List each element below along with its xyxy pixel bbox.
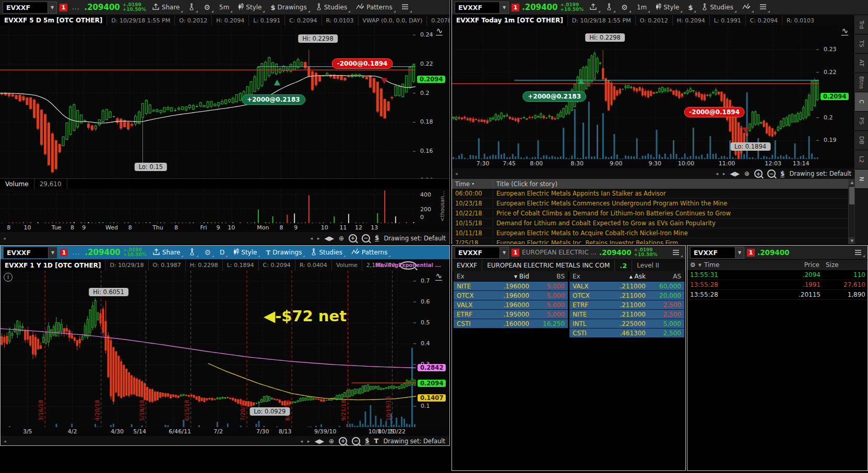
- step-left-icon[interactable]: ◂: [310, 235, 313, 241]
- tab-ts[interactable]: TS: [855, 34, 868, 54]
- news-row[interactable]: 10/15/18Demand for Lithium and Cobalt Ex…: [452, 219, 855, 228]
- news-title[interactable]: European Electric Metals to Acquire Coba…: [493, 229, 855, 237]
- news-title[interactable]: European Electric Metals Appoints Ian St…: [493, 190, 855, 197]
- news-row[interactable]: 10/22/18Price of Cobalt Climbs as Demand…: [452, 209, 855, 219]
- drawing-set-selector[interactable]: Drawing set: Default: [789, 170, 851, 177]
- zoom-in-icon[interactable]: +: [754, 169, 763, 178]
- dollar-icon[interactable]: $: [685, 0, 696, 15]
- alert-badge[interactable]: 1: [60, 4, 67, 11]
- size-header[interactable]: Size: [819, 261, 867, 269]
- style-button[interactable]: Style: [235, 0, 265, 15]
- 1m-button[interactable]: 1m: [634, 0, 650, 15]
- studies-button[interactable]: Studies: [313, 0, 351, 15]
- alert-badge[interactable]: 1: [60, 249, 68, 257]
- news-title[interactable]: Demand for Lithium and Cobalt Expected t…: [493, 220, 855, 227]
- step-right-icon[interactable]: ▸: [723, 171, 726, 177]
- more-button[interactable]: ...: [70, 249, 82, 256]
- zoom-in-icon[interactable]: +: [349, 234, 357, 242]
- price-header[interactable]: Price: [768, 261, 819, 269]
- style-button[interactable]: Style: [652, 0, 682, 15]
- crosshair-icon[interactable]: ⊕: [329, 438, 334, 444]
- price-chart-5m[interactable]: 0.240.220.20.180.160.14Hi: 0.2298-2000@0…: [0, 26, 450, 178]
- tab-btns[interactable]: Btns: [855, 73, 868, 92]
- menu-icon[interactable]: [669, 246, 683, 259]
- flask-icon[interactable]: [603, 0, 615, 15]
- news-row[interactable]: 10/11/18European Electric Metals to Acqu…: [452, 228, 855, 238]
- patterns-button[interactable]: Patterns: [353, 0, 395, 15]
- share-icon[interactable]: [586, 0, 600, 15]
- alert-badge[interactable]: 1: [512, 4, 519, 11]
- 5m-button[interactable]: 5m: [216, 0, 232, 15]
- alert-badge[interactable]: 1: [747, 249, 755, 257]
- chevron-down-icon[interactable]: ▼: [500, 247, 508, 258]
- menu-icon[interactable]: [756, 0, 770, 15]
- pan-icon[interactable]: ◀▶: [730, 171, 740, 177]
- symbol-input[interactable]: EVXXF▼: [3, 247, 57, 259]
- time-header[interactable]: Time: [704, 261, 719, 269]
- price-header[interactable]: ▴ Ask: [615, 273, 646, 280]
- news-row[interactable]: 7/25/18European Electric Metals Inc. Ret…: [452, 238, 855, 244]
- price-link-icon[interactable]: $: [365, 438, 369, 444]
- scroll-left-icon[interactable]: ◂: [3, 236, 6, 241]
- step-left-icon[interactable]: ◂: [301, 438, 303, 444]
- chart-style-icon[interactable]: ∿: [436, 27, 443, 35]
- step-left-icon[interactable]: ◂: [716, 171, 718, 177]
- flask-icon[interactable]: [186, 246, 198, 259]
- step-right-icon[interactable]: ▸: [307, 438, 310, 444]
- chevron-down-icon[interactable]: ▼: [47, 2, 56, 13]
- patterns-icon[interactable]: [739, 0, 754, 15]
- more-button[interactable]: ...: [70, 4, 81, 11]
- flask-icon[interactable]: [185, 0, 198, 15]
- gear-icon[interactable]: ⚙: [201, 246, 214, 259]
- share-button[interactable]: Share: [149, 246, 184, 259]
- tab-at[interactable]: AT: [855, 54, 868, 73]
- news-title-header[interactable]: Title (Click for story): [493, 180, 855, 188]
- zoom-out-icon[interactable]: −: [362, 234, 370, 242]
- drawing-set-selector[interactable]: Drawing set: Default: [384, 235, 446, 242]
- info-icon[interactable]: i: [4, 273, 13, 282]
- exchange-header[interactable]: Ex: [454, 273, 500, 280]
- style-button[interactable]: Style: [230, 246, 260, 259]
- tab-l2[interactable]: L2: [855, 150, 868, 169]
- tab-c[interactable]: C: [855, 92, 868, 112]
- price-link-icon[interactable]: $: [375, 235, 379, 241]
- size-header[interactable]: AS: [646, 273, 684, 280]
- symbol-input[interactable]: EVXXF▼: [455, 247, 509, 259]
- crosshair-icon[interactable]: ⊕: [744, 171, 750, 177]
- chevron-down-icon[interactable]: ▼: [48, 247, 57, 258]
- share-button[interactable]: Share: [149, 0, 183, 15]
- gear-icon[interactable]: ⚙: [690, 261, 696, 269]
- chart-style-icon[interactable]: ∿: [435, 272, 442, 281]
- alert-badge[interactable]: 1: [512, 249, 519, 257]
- price-chart-1d[interactable]: i 3/16/184/20/185/18/186/15/187/20/188/1…: [1, 271, 449, 427]
- study-label[interactable]: MovAvgExponential ...: [400, 261, 417, 270]
- text-tool-icon[interactable]: T: [374, 438, 379, 444]
- d-button[interactable]: D: [217, 246, 228, 259]
- step-right-icon[interactable]: ▸: [317, 235, 320, 241]
- symbol-input[interactable]: EVXXF▼: [455, 2, 509, 14]
- symbol-input[interactable]: EVXXF▼: [690, 247, 744, 259]
- news-title[interactable]: European Electric Metals Commences Under…: [493, 200, 855, 207]
- patterns-button[interactable]: Patterns: [348, 246, 390, 259]
- tab-ps[interactable]: PS: [855, 112, 868, 131]
- chevron-down-icon[interactable]: ▼: [735, 247, 744, 258]
- scroll-left-icon[interactable]: ◂: [455, 171, 458, 176]
- pan-icon[interactable]: ◀▶: [315, 438, 324, 444]
- menu-icon[interactable]: [851, 246, 865, 259]
- menu-icon[interactable]: [398, 0, 412, 15]
- tab-trd[interactable]: Trd: [855, 15, 868, 34]
- scroll-left-icon[interactable]: ◂: [4, 439, 6, 444]
- chevron-down-icon[interactable]: ▼: [698, 263, 701, 268]
- zoom-out-icon[interactable]: −: [767, 169, 776, 178]
- zoom-out-icon[interactable]: −: [352, 437, 360, 445]
- studies-button[interactable]: Studies: [307, 246, 346, 259]
- news-time-header[interactable]: Time▾: [452, 180, 493, 188]
- tab-n[interactable]: N: [855, 169, 868, 189]
- chart-style-icon[interactable]: ∿: [841, 27, 848, 35]
- zoom-in-icon[interactable]: +: [339, 437, 347, 445]
- size-header[interactable]: BS: [529, 273, 568, 280]
- drawings-button[interactable]: TDrawings: [263, 246, 305, 259]
- price-chart-1m[interactable]: 0.230.220.20.190.18Hi: 0.2298+2000@0.218…: [452, 26, 855, 159]
- gear-icon[interactable]: ⚙: [618, 0, 631, 15]
- drawings-button[interactable]: $Drawings: [267, 0, 310, 15]
